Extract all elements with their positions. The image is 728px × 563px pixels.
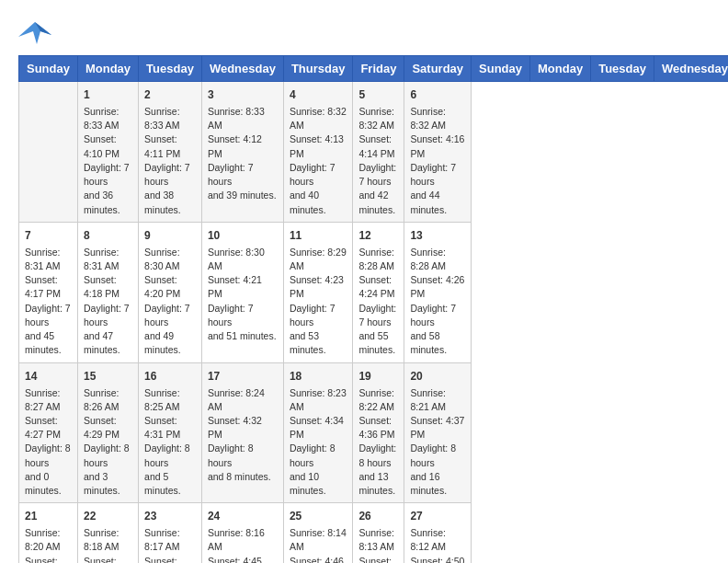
day-number: 5 [358,86,398,103]
day-number: 7 [25,227,72,244]
day-number: 20 [410,368,465,385]
day-number: 23 [144,508,196,524]
day-info: Sunrise: 8:12 AMSunset: 4:50 PMDaylight:… [410,526,465,563]
calendar-cell: 13Sunrise: 8:28 AMSunset: 4:26 PMDayligh… [404,222,472,362]
day-info: Sunrise: 8:33 AMSunset: 4:11 PMDaylight:… [144,105,196,217]
day-info: Sunrise: 8:16 AMSunset: 4:45 PMDaylight:… [208,526,278,563]
day-number: 12 [358,227,398,244]
day-info: Sunrise: 8:30 AMSunset: 4:20 PMDaylight:… [144,246,196,358]
day-number: 19 [358,368,398,385]
day-header-friday: Friday [353,56,404,82]
day-info: Sunrise: 8:24 AMSunset: 4:32 PMDaylight:… [208,386,278,485]
calendar-header-row: SundayMondayTuesdayWednesdayThursdayFrid… [19,56,729,82]
col-header-sunday: Sunday [472,56,530,82]
calendar-cell: 11Sunrise: 8:29 AMSunset: 4:23 PMDayligh… [283,222,353,362]
day-number: 10 [208,227,278,244]
day-info: Sunrise: 8:21 AMSunset: 4:37 PMDaylight:… [410,386,465,499]
week-row-0: 1Sunrise: 8:33 AMSunset: 4:10 PMDaylight… [19,82,729,223]
day-info: Sunrise: 8:32 AMSunset: 4:14 PMDaylight:… [358,105,398,217]
day-info: Sunrise: 8:17 AMSunset: 4:43 PMDaylight:… [144,526,196,563]
day-info: Sunrise: 8:26 AMSunset: 4:29 PMDaylight:… [84,386,132,499]
day-info: Sunrise: 8:32 AMSunset: 4:16 PMDaylight:… [410,105,465,217]
day-number: 16 [144,368,196,385]
day-number: 1 [84,86,132,103]
day-header-monday: Monday [77,56,138,82]
day-header-saturday: Saturday [404,56,472,82]
day-info: Sunrise: 8:32 AMSunset: 4:13 PMDaylight:… [290,105,347,217]
day-number: 15 [84,368,132,385]
day-info: Sunrise: 8:25 AMSunset: 4:31 PMDaylight:… [144,386,196,499]
day-number: 2 [144,86,196,103]
day-header-thursday: Thursday [283,56,353,82]
calendar-cell: 3Sunrise: 8:33 AMSunset: 4:12 PMDaylight… [201,82,283,223]
day-header-tuesday: Tuesday [139,56,202,82]
calendar-cell [19,82,78,223]
day-number: 3 [208,86,278,103]
calendar-cell: 8Sunrise: 8:31 AMSunset: 4:18 PMDaylight… [77,222,138,362]
col-header-tuesday: Tuesday [591,56,654,82]
day-info: Sunrise: 8:27 AMSunset: 4:27 PMDaylight:… [25,386,72,499]
day-info: Sunrise: 8:23 AMSunset: 4:34 PMDaylight:… [290,386,347,499]
day-number: 14 [25,368,72,385]
page-header [18,18,710,46]
day-number: 13 [410,227,465,244]
day-number: 24 [208,508,278,524]
week-row-3: 21Sunrise: 8:20 AMSunset: 4:39 PMDayligh… [19,503,729,563]
week-row-2: 14Sunrise: 8:27 AMSunset: 4:27 PMDayligh… [19,362,729,503]
day-number: 25 [290,508,347,524]
day-number: 8 [84,227,132,244]
calendar-cell: 27Sunrise: 8:12 AMSunset: 4:50 PMDayligh… [404,503,472,563]
calendar-cell: 4Sunrise: 8:32 AMSunset: 4:13 PMDaylight… [283,82,353,223]
day-number: 6 [410,86,465,103]
calendar-cell: 15Sunrise: 8:26 AMSunset: 4:29 PMDayligh… [77,362,138,503]
day-number: 17 [208,368,278,385]
calendar-cell: 21Sunrise: 8:20 AMSunset: 4:39 PMDayligh… [19,503,78,563]
day-info: Sunrise: 8:31 AMSunset: 4:17 PMDaylight:… [25,246,72,358]
calendar-cell: 26Sunrise: 8:13 AMSunset: 4:48 PMDayligh… [353,503,404,563]
calendar-cell: 9Sunrise: 8:30 AMSunset: 4:20 PMDaylight… [139,222,202,362]
day-info: Sunrise: 8:29 AMSunset: 4:23 PMDaylight:… [290,246,347,358]
day-header-wednesday: Wednesday [201,56,283,82]
calendar-cell: 10Sunrise: 8:30 AMSunset: 4:21 PMDayligh… [201,222,283,362]
calendar-cell: 5Sunrise: 8:32 AMSunset: 4:14 PMDaylight… [353,82,404,223]
calendar-cell: 22Sunrise: 8:18 AMSunset: 4:41 PMDayligh… [77,503,138,563]
day-info: Sunrise: 8:28 AMSunset: 4:24 PMDaylight:… [358,246,398,358]
calendar-cell: 25Sunrise: 8:14 AMSunset: 4:46 PMDayligh… [283,503,353,563]
day-number: 26 [358,508,398,524]
calendar-table: SundayMondayTuesdayWednesdayThursdayFrid… [18,55,728,563]
calendar-cell: 17Sunrise: 8:24 AMSunset: 4:32 PMDayligh… [201,362,283,503]
day-info: Sunrise: 8:30 AMSunset: 4:21 PMDaylight:… [208,246,278,344]
day-info: Sunrise: 8:28 AMSunset: 4:26 PMDaylight:… [410,246,465,358]
day-number: 9 [144,227,196,244]
day-info: Sunrise: 8:31 AMSunset: 4:18 PMDaylight:… [84,246,132,358]
day-number: 21 [25,508,72,524]
calendar-cell: 16Sunrise: 8:25 AMSunset: 4:31 PMDayligh… [139,362,202,503]
day-number: 18 [290,368,347,385]
calendar-cell: 19Sunrise: 8:22 AMSunset: 4:36 PMDayligh… [353,362,404,503]
day-info: Sunrise: 8:18 AMSunset: 4:41 PMDaylight:… [84,526,132,563]
col-header-monday: Monday [530,56,591,82]
day-number: 4 [290,86,347,103]
calendar-cell: 2Sunrise: 8:33 AMSunset: 4:11 PMDaylight… [139,82,202,223]
calendar-cell: 24Sunrise: 8:16 AMSunset: 4:45 PMDayligh… [201,503,283,563]
day-info: Sunrise: 8:13 AMSunset: 4:48 PMDaylight:… [358,526,398,563]
calendar-cell: 20Sunrise: 8:21 AMSunset: 4:37 PMDayligh… [404,362,472,503]
calendar-cell: 14Sunrise: 8:27 AMSunset: 4:27 PMDayligh… [19,362,78,503]
day-number: 27 [410,508,465,524]
logo [18,18,55,46]
day-info: Sunrise: 8:14 AMSunset: 4:46 PMDaylight:… [290,526,347,563]
calendar-cell: 7Sunrise: 8:31 AMSunset: 4:17 PMDaylight… [19,222,78,362]
week-row-1: 7Sunrise: 8:31 AMSunset: 4:17 PMDaylight… [19,222,729,362]
day-info: Sunrise: 8:20 AMSunset: 4:39 PMDaylight:… [25,526,72,563]
calendar-cell: 12Sunrise: 8:28 AMSunset: 4:24 PMDayligh… [353,222,404,362]
calendar-cell: 1Sunrise: 8:33 AMSunset: 4:10 PMDaylight… [77,82,138,223]
calendar-cell: 6Sunrise: 8:32 AMSunset: 4:16 PMDaylight… [404,82,472,223]
day-info: Sunrise: 8:22 AMSunset: 4:36 PMDaylight:… [358,386,398,499]
day-info: Sunrise: 8:33 AMSunset: 4:10 PMDaylight:… [84,105,132,217]
logo-icon [18,18,51,46]
day-number: 11 [290,227,347,244]
day-header-sunday: Sunday [19,56,78,82]
day-info: Sunrise: 8:33 AMSunset: 4:12 PMDaylight:… [208,105,278,203]
day-number: 22 [84,508,132,524]
calendar-cell: 18Sunrise: 8:23 AMSunset: 4:34 PMDayligh… [283,362,353,503]
